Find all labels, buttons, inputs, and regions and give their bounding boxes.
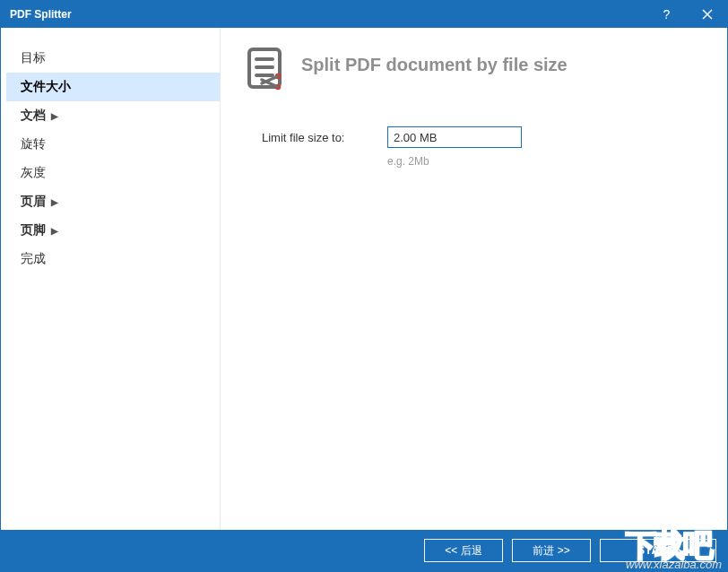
back-button[interactable]: << 后退 (424, 539, 503, 562)
sidebar-item-3[interactable]: 旋转 (6, 130, 220, 159)
limit-row: Limit file size to: (262, 126, 702, 148)
limit-input[interactable] (387, 126, 522, 148)
help-button[interactable]: ? (646, 1, 687, 28)
sidebar-item-0[interactable]: 目标 (6, 44, 220, 73)
sidebar-item-label: 目标 (21, 50, 46, 66)
window-title: PDF Splitter (10, 8, 72, 21)
sidebar-item-label: 完成 (21, 251, 46, 267)
limit-hint: e.g. 2Mb (387, 155, 702, 168)
sidebar-item-4[interactable]: 灰度 (6, 159, 220, 187)
back-button-label: << 后退 (445, 543, 481, 559)
sidebar: 目标文件大小文档▶旋转灰度页眉▶页脚▶完成 (1, 28, 221, 530)
sidebar-item-2[interactable]: 文档▶ (6, 101, 220, 130)
main-panel: Split PDF document by file size Limit fi… (221, 28, 727, 530)
app-window: PDF Splitter ? 目标文件大小文档▶旋转灰度页眉▶页脚▶完成 (0, 0, 728, 572)
sidebar-item-label: 旋转 (21, 136, 46, 152)
sidebar-item-label: 文件大小 (21, 79, 71, 95)
sidebar-item-label: 页脚 (21, 222, 46, 238)
forward-button-label: 前进 >> (533, 543, 569, 559)
sidebar-item-7[interactable]: 完成 (6, 245, 220, 273)
sidebar-item-6[interactable]: 页脚▶ (6, 216, 220, 245)
start-button-label: START! (637, 544, 679, 557)
forward-button[interactable]: 前进 >> (512, 539, 591, 562)
help-icon: ? (663, 7, 671, 22)
chevron-right-icon: ▶ (51, 197, 58, 207)
page-title: Split PDF document by file size (301, 55, 568, 75)
close-button[interactable] (687, 1, 727, 28)
sidebar-item-label: 文档 (21, 108, 46, 124)
sidebar-item-label: 页眉 (21, 194, 46, 210)
heading-row: Split PDF document by file size (246, 48, 702, 94)
limit-label: Limit file size to: (262, 131, 387, 144)
sidebar-item-5[interactable]: 页眉▶ (6, 187, 220, 216)
close-icon (702, 9, 713, 20)
sidebar-item-label: 灰度 (21, 165, 46, 181)
sidebar-item-1[interactable]: 文件大小 (6, 73, 220, 101)
chevron-right-icon: ▶ (51, 111, 58, 121)
footer: << 后退 前进 >> START! (1, 530, 727, 571)
titlebar: PDF Splitter ? (1, 1, 727, 28)
chevron-right-icon: ▶ (51, 226, 58, 236)
split-page-icon (246, 48, 289, 94)
dialog-body: 目标文件大小文档▶旋转灰度页眉▶页脚▶完成 Split PDF document… (1, 28, 727, 530)
start-button[interactable]: START! (600, 539, 716, 562)
